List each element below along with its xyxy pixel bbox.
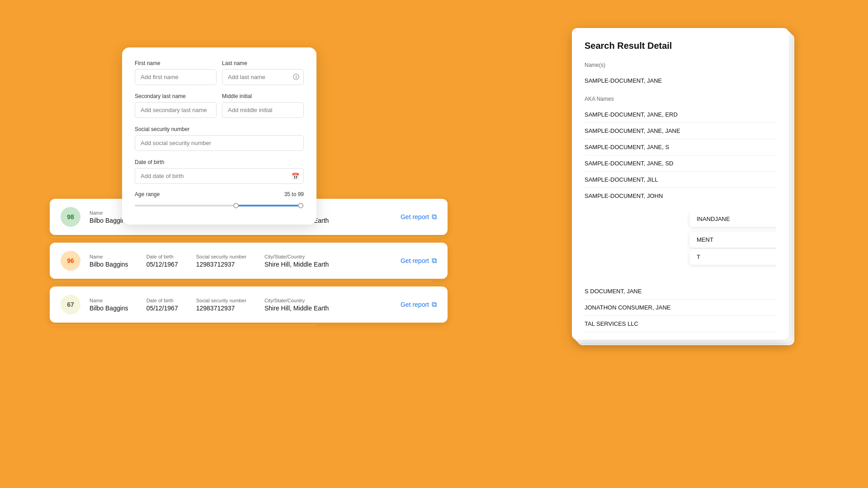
partial-item-4: JONATHON CONSUMER, JANE [585, 300, 776, 316]
result-card-2: 96 Name Bilbo Baggins Date of birth 05/1… [50, 243, 448, 279]
get-report-btn-1[interactable]: Get report ⧉ [401, 213, 437, 221]
last-name-input-wrapper: ⓘ [222, 69, 304, 85]
detail-panel: Search Result Detail Name(s) SAMPLE-DOCU… [572, 28, 789, 340]
result-dob-2: Date of birth 05/12/1967 [146, 254, 178, 268]
last-name-label: Last name [222, 60, 304, 66]
result-ssn-3: Social security number 12983712937 [196, 298, 246, 312]
partial-item-5: TAL SERVICES LLC [585, 316, 776, 332]
aka-name-3: SAMPLE-DOCUMENT, JANE, SD [585, 155, 776, 172]
primary-name: SAMPLE-DOCUMENT, JANE [585, 73, 776, 89]
age-range-section: Age range 35 to 99 [135, 191, 304, 210]
slider-thumb-left[interactable] [233, 203, 239, 208]
dob-input-wrapper: 📅 [135, 168, 304, 184]
names-section: Name(s) SAMPLE-DOCUMENT, JANE [585, 62, 776, 89]
calendar-icon[interactable]: 📅 [292, 173, 299, 180]
ssn-label: Social security number [135, 126, 304, 132]
secondary-last-name-input[interactable] [135, 102, 217, 118]
get-report-btn-2[interactable]: Get report ⧉ [401, 257, 437, 265]
names-section-label: Name(s) [585, 62, 776, 68]
aka-name-4: SAMPLE-DOCUMENT, JILL [585, 172, 776, 188]
info-icon[interactable]: ⓘ [293, 73, 299, 81]
middle-initial-input[interactable] [222, 102, 304, 118]
aka-name-5: SAMPLE-DOCUMENT, JOHN [585, 188, 776, 204]
ssn-group: Social security number [135, 126, 304, 151]
dob-input[interactable] [135, 168, 304, 184]
aka-name-2: SAMPLE-DOCUMENT, JANE, S [585, 139, 776, 155]
external-link-icon-1: ⧉ [432, 213, 437, 221]
progress-bar-3 [50, 324, 448, 326]
aka-name-0: SAMPLE-DOCUMENT, JANE, ERD [585, 107, 776, 123]
result-name-3: Name Bilbo Baggins [90, 298, 128, 312]
result-dob-3: Date of birth 05/12/1967 [146, 298, 178, 312]
result-card-3: 67 Name Bilbo Baggins Date of birth 05/1… [50, 286, 448, 323]
score-badge-98: 98 [61, 207, 80, 227]
dob-label: Date of birth [135, 159, 304, 165]
result-location-3: City/State/Country Shire Hill, Middle Ea… [264, 298, 329, 312]
first-name-group: First name [135, 60, 217, 85]
secondary-last-name-group: Secondary last name [135, 93, 217, 118]
dob-group: Date of birth 📅 [135, 159, 304, 184]
result-name-2: Name Bilbo Baggins [90, 254, 128, 268]
aka-name-1: SAMPLE-DOCUMENT, JANE, JANE [585, 123, 776, 139]
aka-section: AKA Names SAMPLE-DOCUMENT, JANE, ERD SAM… [585, 96, 776, 204]
score-badge-96: 96 [61, 251, 80, 271]
detail-panel-title: Search Result Detail [585, 41, 776, 51]
ssn-input[interactable] [135, 135, 304, 151]
first-name-input[interactable] [135, 69, 217, 85]
age-range-value: 35 to 99 [284, 191, 304, 197]
last-name-group: Last name ⓘ [222, 60, 304, 85]
progress-bar-1 [50, 237, 448, 238]
search-form-card: First name Last name ⓘ Secondary last na… [122, 47, 316, 225]
result-ssn-2: Social security number 12983712937 [196, 254, 246, 268]
external-link-icon-3: ⧉ [432, 300, 437, 309]
slider-thumb-right[interactable] [298, 203, 303, 208]
partial-card-2: MENT [689, 232, 776, 248]
age-range-slider[interactable] [135, 201, 304, 210]
partial-card-3: T [689, 249, 776, 265]
score-badge-67: 67 [61, 295, 80, 314]
result-location-2: City/State/Country Shire Hill, Middle Ea… [264, 254, 329, 268]
middle-initial-group: Middle initial [222, 93, 304, 118]
last-name-input[interactable] [222, 69, 304, 85]
partial-card-1: INANDJANE [689, 211, 776, 227]
middle-initial-label: Middle initial [222, 93, 304, 99]
detail-panel-stack: Search Result Detail Name(s) SAMPLE-DOCU… [572, 28, 789, 340]
result-fields-3: Name Bilbo Baggins Date of birth 05/12/1… [90, 298, 392, 312]
result-fields-2: Name Bilbo Baggins Date of birth 05/12/1… [90, 254, 392, 268]
ssn-section-label: SSN [585, 339, 776, 340]
external-link-icon-2: ⧉ [432, 257, 437, 265]
age-range-label: Age range [135, 191, 160, 197]
progress-bar-2 [50, 281, 448, 282]
aka-section-label: AKA Names [585, 96, 776, 102]
partial-item-3: S DOCUMENT, JANE [585, 283, 776, 300]
partial-overlay-area: INANDJANE MENT T [585, 211, 776, 283]
secondary-last-name-label: Secondary last name [135, 93, 217, 99]
first-name-label: First name [135, 60, 217, 66]
get-report-btn-3[interactable]: Get report ⧉ [401, 300, 437, 309]
